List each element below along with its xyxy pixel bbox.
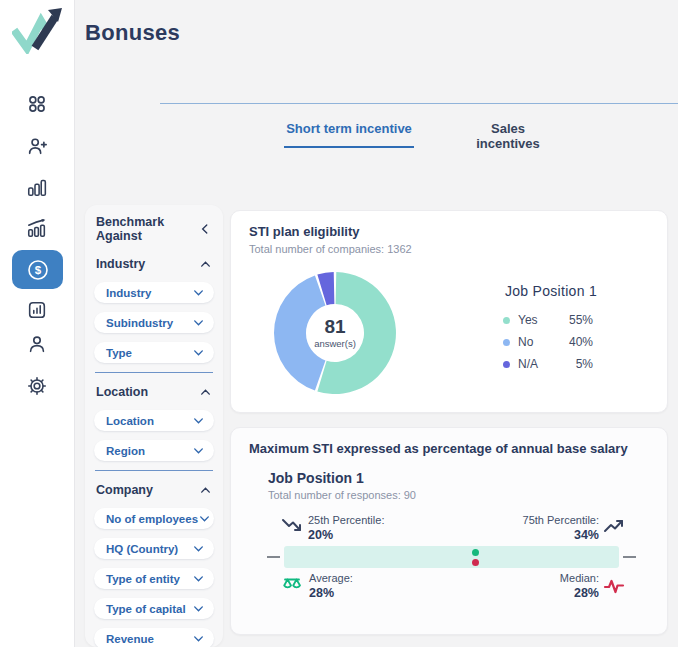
filter-pill-label: Type (106, 347, 132, 359)
collapse-panel-chevron-left-icon[interactable] (198, 222, 212, 236)
legend-row-no: No40% (503, 331, 593, 353)
filter-pill-label: Industry (106, 287, 151, 299)
chevron-up-icon (199, 386, 212, 399)
trending-up-icon (603, 515, 625, 537)
sidebar-item-bonuses-active[interactable]: $ (12, 250, 63, 289)
average-value: 28% (309, 586, 334, 600)
dashboard-grid-icon (26, 93, 48, 115)
chevron-down-icon (192, 414, 205, 427)
legend-value: 55% (569, 313, 593, 327)
job-position-title: Job Position 1 (268, 470, 364, 486)
filter-section-header-location[interactable]: Location (96, 385, 212, 399)
chevron-down-icon (198, 512, 211, 525)
filter-sections: IndustryIndustrySubindustryTypeLocationL… (94, 257, 214, 647)
filter-pill-hq-country[interactable]: HQ (Country) (94, 538, 214, 559)
filter-pill-label: No of employees (106, 513, 198, 525)
filter-section-separator (95, 470, 213, 471)
chevron-down-icon (192, 346, 205, 359)
sidebar-item-growth-chart[interactable] (26, 217, 48, 239)
sidebar-item-bar-chart[interactable] (26, 176, 48, 198)
eligibility-donut-chart[interactable] (273, 271, 397, 395)
p25-value: 20% (308, 528, 333, 542)
median-dot (472, 559, 479, 566)
page: $ Bonuses Short term incentive Sales inc… (0, 0, 678, 647)
benchmark-against-header[interactable]: Benchmark Against (96, 215, 212, 243)
card-subtitle: Total number of companies: 1362 (249, 243, 412, 255)
growth-chart-icon (26, 217, 48, 239)
legend-value: 40% (569, 335, 593, 349)
chevron-down-icon (192, 444, 205, 457)
filter-pill-no-of-employees[interactable]: No of employees (94, 508, 214, 529)
sidebar: $ (0, 0, 75, 647)
filter-section-separator (95, 372, 213, 373)
tab-sales-incentives[interactable]: Sales incentives (458, 121, 558, 148)
chevron-down-icon (192, 632, 205, 645)
sidebar-item-profile[interactable] (26, 333, 48, 355)
filter-pill-subindustry[interactable]: Subindustry (94, 312, 214, 333)
filter-section-label: Location (96, 385, 148, 399)
legend-label: No (518, 335, 569, 349)
tab-short-term-incentive[interactable]: Short term incentive (284, 121, 414, 148)
profile-icon (26, 333, 48, 355)
filter-pill-type-of-capital[interactable]: Type of capital (94, 598, 214, 619)
responses-subtitle: Total number of responses: 90 (268, 489, 416, 501)
sidebar-item-add-user[interactable] (26, 135, 48, 157)
chevron-up-icon (199, 484, 212, 497)
p75-label: 75th Percentile: (481, 514, 599, 526)
filter-pill-label: Location (106, 415, 154, 427)
chevron-down-icon (192, 602, 205, 615)
legend-row-yes: Yes55% (503, 309, 593, 331)
filter-section-label: Industry (96, 257, 145, 271)
filter-pill-location[interactable]: Location (94, 410, 214, 431)
benchmark-against-label: Benchmark Against (96, 215, 198, 243)
filter-pill-region[interactable]: Region (94, 440, 214, 461)
median-label: Median: (481, 572, 599, 584)
filter-section-label: Company (96, 483, 153, 497)
legend-value: 5% (576, 357, 593, 371)
bar-chart-icon (26, 176, 48, 198)
trending-down-icon (281, 515, 303, 537)
card-title: STI plan eligibility (249, 224, 360, 239)
legend-label: N/A (518, 357, 576, 371)
chevron-down-icon (192, 286, 205, 299)
average-dot (472, 549, 479, 556)
sidebar-item-reports[interactable] (26, 299, 48, 321)
maximum-sti-card: Maximum STI expressed as percentage of a… (230, 427, 668, 635)
range-right-dash (623, 556, 636, 558)
filter-pill-industry[interactable]: Industry (94, 282, 214, 303)
filter-pill-label: Region (106, 445, 145, 457)
app-logo (12, 8, 64, 54)
sidebar-item-settings[interactable] (26, 375, 48, 397)
page-title: Bonuses (85, 20, 180, 46)
filter-pill-revenue[interactable]: Revenue (94, 628, 214, 647)
svg-text:$: $ (34, 264, 41, 276)
filter-pill-type-of-entity[interactable]: Type of entity (94, 568, 214, 589)
filter-section-header-company[interactable]: Company (96, 483, 212, 497)
report-chart-icon (26, 299, 48, 321)
sti-plan-eligibility-card: STI plan eligibility Total number of com… (230, 210, 668, 413)
legend-label: Yes (518, 313, 569, 327)
filter-section-header-industry[interactable]: Industry (96, 257, 212, 271)
header-divider (160, 103, 678, 104)
card-title: Maximum STI expressed as percentage of a… (249, 441, 628, 456)
donut-legend: Yes55%No40%N/A5% (503, 309, 593, 375)
logo-w-arrow-icon (12, 8, 64, 54)
chevron-down-icon (192, 316, 205, 329)
average-label: Average: (309, 572, 353, 584)
legend-row-n-a: N/A5% (503, 353, 593, 375)
chevron-up-icon (199, 258, 212, 271)
legend-dot-icon (503, 361, 510, 368)
chevron-down-icon (192, 572, 205, 585)
p25-label: 25th Percentile: (308, 514, 384, 526)
filter-pill-label: Subindustry (106, 317, 173, 329)
median-value: 28% (481, 586, 599, 600)
settings-gear-icon (26, 375, 48, 397)
p75-value: 34% (481, 528, 599, 542)
sidebar-item-dashboard[interactable] (26, 93, 48, 115)
pulse-icon (603, 576, 625, 598)
donut-slice-no[interactable] (274, 275, 325, 390)
filter-pill-type[interactable]: Type (94, 342, 214, 363)
range-left-dash (267, 556, 280, 558)
add-user-icon (26, 135, 48, 157)
percentile-range-bar[interactable] (284, 546, 619, 568)
